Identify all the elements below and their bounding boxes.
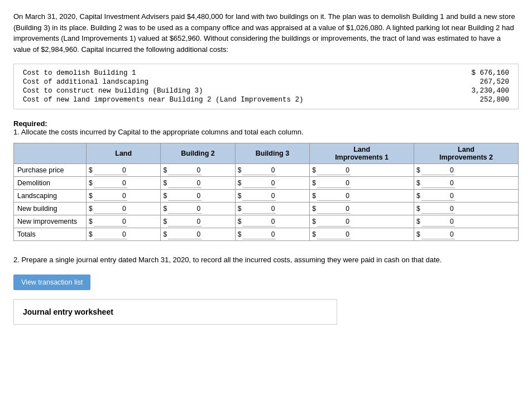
input-cell[interactable]: $ [414,177,519,190]
row-label: Purchase price [14,164,87,177]
dollar-sign: $ [163,192,167,200]
cell-input[interactable] [94,166,127,175]
cell-input[interactable] [94,217,127,227]
cell-input[interactable] [168,191,202,201]
cell-input[interactable] [242,230,276,239]
input-cell[interactable]: $ [87,177,161,190]
cost-label: Cost to demolish Building 1 [21,69,364,78]
input-cell[interactable]: $ [235,228,309,241]
input-cell[interactable]: $ [161,203,235,215]
row-label: Landscaping [14,190,87,203]
dollar-sign: $ [312,179,316,187]
table-row: New building$$$$$ [14,203,519,215]
input-cell[interactable]: $ [310,190,414,203]
input-cell[interactable]: $ [87,228,161,241]
input-cell[interactable]: $ [87,215,161,228]
dollar-sign: $ [163,166,167,174]
cell-input[interactable] [421,204,455,214]
cell-input[interactable] [317,230,351,239]
cell-input[interactable] [242,166,276,175]
input-cell[interactable]: $ [235,203,309,215]
required-label: Required: [13,119,47,128]
cell-input[interactable] [168,166,202,175]
dollar-sign: $ [238,205,242,213]
table-row: Landscaping$$$$$ [14,190,519,203]
dollar-sign: $ [416,218,420,225]
journal-title: Journal entry worksheet [23,307,113,316]
view-transaction-button[interactable]: View transaction list [13,275,90,290]
dollar-sign: $ [416,230,420,238]
input-cell[interactable]: $ [161,215,235,228]
dollar-sign: $ [163,179,167,187]
dollar-sign: $ [416,166,420,174]
dollar-sign: $ [238,192,242,200]
input-cell[interactable]: $ [235,164,309,177]
cell-input[interactable] [168,204,202,214]
row-label: New building [14,203,87,215]
cell-input[interactable] [94,191,127,201]
input-cell[interactable]: $ [310,203,414,215]
input-cell[interactable]: $ [235,190,309,203]
cell-input[interactable] [242,191,276,201]
input-cell[interactable]: $ [414,228,519,241]
cost-amount: 3,230,400 [364,86,511,95]
cell-input[interactable] [168,217,202,227]
cost-label: Cost of additional landscaping [21,78,364,86]
cell-input[interactable] [94,230,127,239]
cell-input[interactable] [317,204,351,214]
dollar-sign: $ [312,218,316,225]
col-building3-header: Building 3 [235,143,309,164]
cost-label: Cost of new land improvements near Build… [21,95,364,104]
cell-input[interactable] [317,217,351,227]
dollar-sign: $ [89,166,93,174]
input-cell[interactable]: $ [414,190,519,203]
input-cell[interactable]: $ [161,164,235,177]
cell-input[interactable] [421,230,455,239]
input-cell[interactable]: $ [310,215,414,228]
input-cell[interactable]: $ [310,177,414,190]
dollar-sign: $ [312,192,316,200]
cell-input[interactable] [94,179,127,188]
cell-input[interactable] [317,166,351,175]
input-cell[interactable]: $ [161,228,235,241]
required-section: Required: 1. Allocate the costs incurred… [13,119,519,136]
input-cell[interactable]: $ [161,190,235,203]
table-row: New improvements$$$$$ [14,215,519,228]
costs-table: Cost to demolish Building 1$ 676,160Cost… [13,64,519,109]
cell-input[interactable] [94,204,127,214]
dollar-sign: $ [238,166,242,174]
cell-input[interactable] [421,166,455,175]
cell-input[interactable] [168,230,202,239]
cell-input[interactable] [242,179,276,188]
col-building2-header: Building 2 [161,143,235,164]
cell-input[interactable] [317,191,351,201]
cost-label: Cost to construct new building (Building… [21,86,364,95]
input-cell[interactable]: $ [235,177,309,190]
input-cell[interactable]: $ [87,203,161,215]
cell-input[interactable] [421,217,455,227]
dollar-sign: $ [163,205,167,213]
cell-input[interactable] [168,179,202,188]
row-label: New improvements [14,215,87,228]
dollar-sign: $ [89,192,93,200]
cost-amount: $ 676,160 [364,69,511,78]
cell-input[interactable] [421,191,455,201]
row-label-header [14,143,87,164]
input-cell[interactable]: $ [414,215,519,228]
cell-input[interactable] [421,179,455,188]
row-label: Demolition [14,177,87,190]
input-cell[interactable]: $ [414,203,519,215]
required-q1: 1. Allocate the costs incurred by Capita… [13,128,304,136]
input-cell[interactable]: $ [310,228,414,241]
input-cell[interactable]: $ [235,215,309,228]
cell-input[interactable] [242,204,276,214]
input-cell[interactable]: $ [87,164,161,177]
cell-input[interactable] [317,179,351,188]
dollar-sign: $ [238,179,242,187]
input-cell[interactable]: $ [414,164,519,177]
cell-input[interactable] [242,217,276,227]
input-cell[interactable]: $ [310,164,414,177]
input-cell[interactable]: $ [161,177,235,190]
dollar-sign: $ [89,179,93,187]
input-cell[interactable]: $ [87,190,161,203]
